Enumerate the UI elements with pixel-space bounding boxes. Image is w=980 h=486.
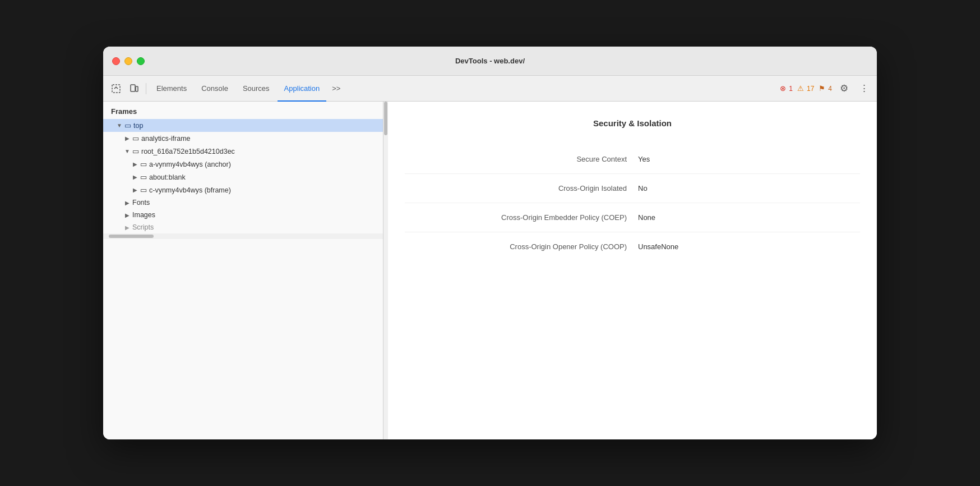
warning-badge[interactable]: ⚠ 17 <box>796 84 814 93</box>
window-title: DevTools - web.dev/ <box>455 57 525 65</box>
more-options-button[interactable]: ⋮ <box>856 80 872 97</box>
horizontal-scrollbar[interactable] <box>103 233 383 239</box>
inspect-element-button[interactable] <box>108 80 124 97</box>
frame-icon: ▭ <box>140 160 147 168</box>
toolbar-right: ⊗ 1 ⚠ 17 ⚑ 4 ⚙ ⋮ <box>778 80 872 97</box>
sidebar-item-root[interactable]: ▼ ▭ root_616a752e1b5d4210d3ec <box>103 145 383 158</box>
arrow-right-icon: ▶ <box>131 187 139 193</box>
frame-icon: ▭ <box>132 147 139 155</box>
arrow-right-icon: ▶ <box>131 174 139 180</box>
close-button[interactable] <box>112 57 120 65</box>
tab-sources[interactable]: Sources <box>236 76 276 102</box>
info-value-coop: UnsafeNone <box>638 242 849 251</box>
sidebar: Frames ▼ ▭ top ▶ ▭ analytics-iframe ▼ ▭ … <box>103 102 383 439</box>
info-icon: ⚑ <box>817 84 826 93</box>
info-label-coop: Cross-Origin Opener Policy (COOP) <box>416 242 638 251</box>
info-label-coep: Cross-Origin Embedder Policy (COEP) <box>416 213 638 222</box>
devtools-window: DevTools - web.dev/ Elements Console Sou… <box>103 47 877 439</box>
info-label-cross-origin-isolated: Cross-Origin Isolated <box>416 184 638 192</box>
sidebar-item-a-vynmy4vb4wys[interactable]: ▶ ▭ a-vynmy4vb4wys (anchor) <box>103 158 383 171</box>
tab-console[interactable]: Console <box>195 76 235 102</box>
maximize-button[interactable] <box>137 57 145 65</box>
more-tabs-button[interactable]: >> <box>327 76 345 102</box>
frame-icon: ▭ <box>140 173 147 181</box>
sidebar-item-scripts[interactable]: ▶ Scripts <box>103 221 383 233</box>
tab-application[interactable]: Application <box>278 76 327 102</box>
title-bar: DevTools - web.dev/ <box>103 47 877 76</box>
arrow-right-icon: ▶ <box>131 161 139 167</box>
sidebar-section-frames: Frames <box>103 102 383 119</box>
content-area: Frames ▼ ▭ top ▶ ▭ analytics-iframe ▼ ▭ … <box>103 102 877 439</box>
info-row-coop: Cross-Origin Opener Policy (COOP) Unsafe… <box>405 232 860 261</box>
svg-rect-1 <box>131 85 135 91</box>
sidebar-item-images[interactable]: ▶ Images <box>103 209 383 221</box>
device-toolbar-button[interactable] <box>126 80 142 97</box>
info-badge[interactable]: ⚑ 4 <box>817 84 832 93</box>
info-value-cross-origin-isolated: No <box>638 184 849 192</box>
toolbar-divider <box>146 83 146 94</box>
arrow-down-icon: ▼ <box>115 122 123 129</box>
frame-icon: ▭ <box>132 134 139 143</box>
info-value-coep: None <box>638 213 849 222</box>
error-badge[interactable]: ⊗ 1 <box>778 84 793 93</box>
info-value-secure-context: Yes <box>638 155 849 163</box>
error-icon: ⊗ <box>778 84 787 93</box>
traffic-lights <box>112 57 145 65</box>
arrow-right-icon: ▶ <box>123 135 131 141</box>
settings-button[interactable]: ⚙ <box>835 80 852 97</box>
arrow-down-icon: ▼ <box>123 148 131 154</box>
arrow-right-icon: ▶ <box>123 212 131 218</box>
sidebar-item-c-vynmy4vb4wys[interactable]: ▶ ▭ c-vynmy4vb4wys (bframe) <box>103 184 383 196</box>
arrow-right-icon: ▶ <box>123 224 131 231</box>
info-label-secure-context: Secure Context <box>416 155 638 163</box>
info-row-cross-origin-isolated: Cross-Origin Isolated No <box>405 174 860 203</box>
minimize-button[interactable] <box>124 57 132 65</box>
svg-rect-0 <box>112 85 120 93</box>
frame-icon: ▭ <box>124 121 131 130</box>
toolbar: Elements Console Sources Application >> … <box>103 76 877 102</box>
main-content: Security & Isolation Secure Context Yes … <box>388 102 877 439</box>
sidebar-item-analytics-iframe[interactable]: ▶ ▭ analytics-iframe <box>103 132 383 145</box>
sidebar-item-fonts[interactable]: ▶ Fonts <box>103 196 383 209</box>
info-row-coep: Cross-Origin Embedder Policy (COEP) None <box>405 203 860 232</box>
sidebar-item-top[interactable]: ▼ ▭ top <box>103 119 383 132</box>
sidebar-scrollbar[interactable] <box>383 102 388 439</box>
warning-icon: ⚠ <box>796 84 805 93</box>
frame-icon: ▭ <box>140 186 147 194</box>
svg-rect-2 <box>136 86 138 91</box>
section-title: Security & Isolation <box>405 118 860 128</box>
arrow-right-icon: ▶ <box>123 200 131 206</box>
tab-elements[interactable]: Elements <box>150 76 193 102</box>
sidebar-item-about-blank[interactable]: ▶ ▭ about:blank <box>103 171 383 184</box>
info-row-secure-context: Secure Context Yes <box>405 145 860 174</box>
